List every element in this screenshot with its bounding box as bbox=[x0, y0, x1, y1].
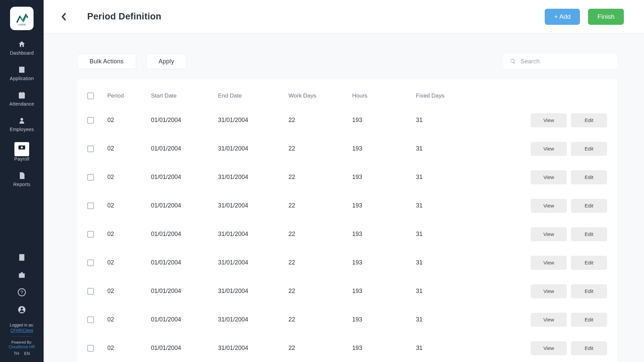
sidebar-item-reports[interactable]: Reports bbox=[0, 172, 44, 187]
sidebar-item-label: Application bbox=[10, 76, 34, 81]
table-row: 0201/01/200431/01/20042219331ViewEdit bbox=[87, 220, 607, 248]
cell-start-date: 01/01/2004 bbox=[151, 259, 218, 266]
view-button[interactable]: View bbox=[531, 284, 567, 298]
view-button[interactable]: View bbox=[531, 341, 567, 355]
calendar-icon bbox=[18, 91, 26, 99]
cell-work-days: 22 bbox=[288, 174, 352, 181]
cell-work-days: 22 bbox=[288, 345, 352, 352]
row-checkbox[interactable] bbox=[87, 316, 94, 323]
sidebar-item-tasks[interactable] bbox=[17, 253, 26, 263]
edit-button[interactable]: Edit bbox=[571, 199, 607, 213]
sidebar-item-briefcase[interactable] bbox=[17, 270, 26, 281]
cell-period: 02 bbox=[107, 231, 151, 238]
cell-end-date: 31/01/2004 bbox=[218, 145, 288, 152]
divider bbox=[12, 336, 32, 337]
edit-button[interactable]: Edit bbox=[571, 284, 607, 298]
bulk-actions-button[interactable]: Bulk Actions bbox=[77, 54, 136, 69]
view-button[interactable]: View bbox=[531, 142, 567, 156]
table-card: Period Start Date End Date Work Days Hou… bbox=[77, 79, 617, 362]
th-period: Period bbox=[107, 93, 151, 99]
apply-button[interactable]: Apply bbox=[146, 54, 187, 69]
search-icon bbox=[510, 58, 516, 64]
cell-work-days: 22 bbox=[288, 288, 352, 295]
cell-end-date: 31/01/2004 bbox=[218, 259, 288, 266]
view-button[interactable]: View bbox=[531, 256, 567, 270]
money-icon bbox=[18, 143, 26, 152]
edit-button[interactable]: Edit bbox=[571, 142, 607, 156]
table-row: 0201/01/200431/01/20042219331ViewEdit bbox=[87, 191, 607, 220]
cell-fixed-days: 31 bbox=[416, 117, 493, 124]
view-button[interactable]: View bbox=[531, 170, 567, 184]
sidebar-item-dashboard[interactable]: Dashboard bbox=[0, 40, 44, 56]
cell-fixed-days: 31 bbox=[416, 288, 493, 295]
row-checkbox[interactable] bbox=[87, 259, 94, 266]
edit-button[interactable]: Edit bbox=[571, 113, 607, 127]
view-button[interactable]: View bbox=[531, 113, 567, 127]
table-row: 0201/01/200431/01/20042219331ViewEdit bbox=[87, 334, 607, 362]
cell-period: 02 bbox=[107, 259, 151, 266]
view-button[interactable]: View bbox=[531, 199, 567, 213]
cell-end-date: 31/01/2004 bbox=[218, 316, 288, 323]
sidebar-item-label: Payroll bbox=[14, 156, 30, 162]
row-checkbox[interactable] bbox=[87, 345, 94, 352]
edit-button[interactable]: Edit bbox=[571, 170, 607, 184]
cell-end-date: 31/01/2004 bbox=[218, 288, 288, 295]
lang-th[interactable]: TH bbox=[14, 351, 19, 356]
search-input[interactable] bbox=[521, 58, 610, 65]
lang-en[interactable]: EN bbox=[24, 351, 30, 356]
th-end-date: End Date bbox=[218, 93, 288, 99]
cell-end-date: 31/01/2004 bbox=[218, 174, 288, 181]
cell-start-date: 01/01/2004 bbox=[151, 345, 218, 352]
row-checkbox[interactable] bbox=[87, 202, 94, 209]
cell-work-days: 22 bbox=[288, 259, 352, 266]
powered-by-link[interactable]: Cloudforce HR bbox=[9, 345, 35, 349]
th-start-date: Start Date bbox=[151, 93, 218, 99]
cell-period: 02 bbox=[107, 174, 151, 181]
report-icon bbox=[18, 172, 26, 180]
svg-point-2 bbox=[21, 146, 23, 148]
sidebar-item-employees[interactable]: Employees bbox=[0, 117, 44, 132]
sidebar-item-account[interactable] bbox=[17, 305, 26, 315]
cell-end-date: 31/01/2004 bbox=[218, 117, 288, 124]
row-checkbox[interactable] bbox=[87, 288, 94, 295]
powered-label: Powered By: bbox=[11, 340, 32, 344]
sidebar-item-application[interactable]: Application bbox=[0, 66, 44, 81]
view-button[interactable]: View bbox=[531, 227, 567, 241]
cell-start-date: 01/01/2004 bbox=[151, 202, 218, 209]
clipboard-check-icon bbox=[17, 253, 26, 262]
cell-hours: 193 bbox=[352, 174, 416, 181]
topbar: Period Definition + Add Finish bbox=[44, 0, 644, 34]
chevron-left-icon bbox=[61, 12, 67, 21]
svg-point-6 bbox=[21, 308, 23, 310]
row-checkbox[interactable] bbox=[87, 145, 94, 152]
add-button[interactable]: + Add bbox=[545, 9, 580, 25]
sidebar-item-help[interactable]: ? bbox=[17, 288, 26, 298]
cell-fixed-days: 31 bbox=[416, 202, 493, 209]
view-button[interactable]: View bbox=[531, 313, 567, 327]
sidebar-item-attendance[interactable]: Attendance bbox=[0, 91, 44, 107]
row-checkbox[interactable] bbox=[87, 174, 94, 181]
row-checkbox[interactable] bbox=[87, 231, 94, 238]
edit-button[interactable]: Edit bbox=[571, 227, 607, 241]
back-button[interactable] bbox=[57, 10, 70, 23]
table-row: 0201/01/200431/01/20042219331ViewEdit bbox=[87, 305, 607, 334]
cell-hours: 193 bbox=[352, 231, 416, 238]
cell-hours: 193 bbox=[352, 316, 416, 323]
client-link[interactable]: CFHR/Client bbox=[9, 328, 35, 333]
edit-button[interactable]: Edit bbox=[571, 256, 607, 270]
sidebar-item-payroll[interactable]: Payroll bbox=[0, 142, 44, 162]
cell-fixed-days: 31 bbox=[416, 231, 493, 238]
cell-period: 02 bbox=[107, 288, 151, 295]
cell-fixed-days: 31 bbox=[416, 345, 493, 352]
edit-button[interactable]: Edit bbox=[571, 313, 607, 327]
finish-button[interactable]: Finish bbox=[588, 9, 624, 25]
table-header-row: Period Start Date End Date Work Days Hou… bbox=[87, 86, 607, 106]
edit-button[interactable]: Edit bbox=[571, 341, 607, 355]
cell-hours: 193 bbox=[352, 345, 416, 352]
select-all-checkbox[interactable] bbox=[87, 93, 94, 99]
cell-period: 02 bbox=[107, 202, 151, 209]
page-title: Period Definition bbox=[87, 11, 161, 22]
logged-in-label: Logged in as: bbox=[10, 323, 34, 327]
row-checkbox[interactable] bbox=[87, 117, 94, 124]
cell-work-days: 22 bbox=[288, 117, 352, 124]
